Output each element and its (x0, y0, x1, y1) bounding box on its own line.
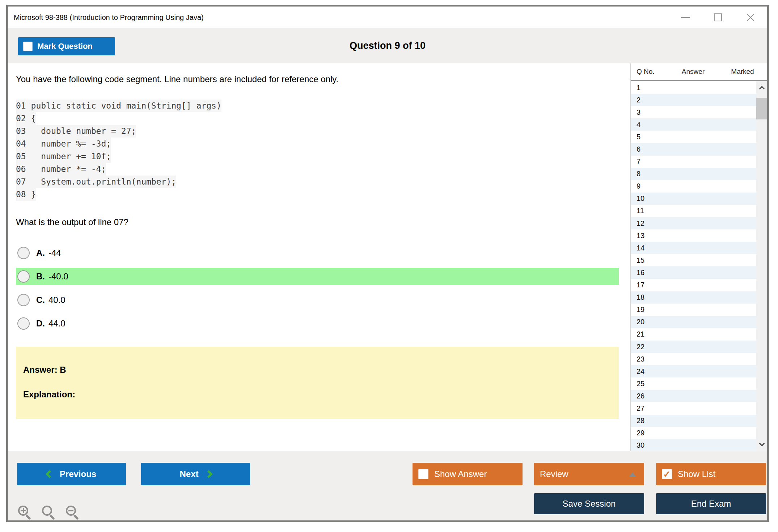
code-line-text: 05 number += 10f; (16, 150, 111, 163)
scrollbar-thumb[interactable] (756, 98, 767, 119)
explanation-label: Explanation: (23, 389, 75, 400)
mark-question-checkbox-icon[interactable] (23, 42, 33, 51)
question-list-row[interactable]: 4 (631, 118, 756, 131)
previous-button[interactable]: Previous (17, 463, 126, 485)
mark-question-button[interactable]: Mark Question (18, 37, 115, 55)
question-number: 22 (637, 343, 644, 351)
column-header-answer: Answer (669, 68, 718, 76)
question-list-row[interactable]: 10 (631, 193, 756, 205)
question-number: 19 (637, 305, 644, 314)
question-list-row[interactable]: 17 (631, 279, 756, 291)
question-list-row[interactable]: 30 (631, 439, 756, 451)
show-list-label: Show List (678, 469, 715, 479)
close-button[interactable] (743, 10, 758, 25)
question-list-row[interactable]: 18 (631, 291, 756, 304)
footer-bar: Previous Next Show Answer Review ✓ Show … (8, 451, 767, 520)
question-list-row[interactable]: 8 (631, 168, 756, 180)
save-session-label: Save Session (563, 499, 616, 509)
show-answer-button[interactable]: Show Answer (413, 463, 523, 485)
question-number: 24 (637, 367, 644, 376)
option-row-b[interactable]: B.-40.0 (16, 268, 619, 285)
code-line: 06 number *= -4; (16, 163, 221, 176)
previous-label: Previous (60, 469, 96, 479)
question-list-row[interactable]: 16 (631, 266, 756, 279)
question-number: 12 (637, 219, 644, 228)
code-line-text: 06 number *= -4; (16, 163, 106, 176)
column-header-qno: Q No. (631, 68, 669, 76)
question-list-row[interactable]: 7 (631, 156, 756, 168)
question-number: 25 (637, 380, 644, 388)
save-session-button[interactable]: Save Session (534, 493, 644, 514)
question-list-row[interactable]: 2 (631, 94, 756, 106)
code-line: 02 { (16, 112, 221, 125)
column-header-marked: Marked (718, 68, 768, 76)
scroll-down-button[interactable] (756, 438, 767, 451)
question-list-row[interactable]: 13 (631, 229, 756, 242)
code-line: 08 } (16, 188, 221, 201)
review-button[interactable]: Review (534, 463, 644, 485)
show-answer-label: Show Answer (434, 469, 487, 479)
question-list: 1234567891011121314151617181920212223242… (631, 81, 756, 451)
option-letter: D. (36, 318, 45, 329)
question-list-row[interactable]: 15 (631, 254, 756, 266)
question-list-row[interactable]: 23 (631, 353, 756, 365)
question-number: 27 (637, 404, 644, 413)
question-list-row[interactable]: 11 (631, 205, 756, 217)
window-controls (678, 7, 758, 28)
question-list-row[interactable]: 27 (631, 402, 756, 414)
radio-button[interactable] (17, 294, 30, 306)
question-list-row[interactable]: 19 (631, 304, 756, 316)
option-text: 40.0 (48, 295, 65, 305)
question-counter: Question 9 of 10 (350, 28, 426, 63)
question-list-row[interactable]: 28 (631, 415, 756, 427)
triangle-up-icon (629, 472, 636, 477)
scroll-up-button[interactable] (756, 81, 767, 94)
minimize-button[interactable] (678, 10, 693, 25)
question-number: 1 (637, 84, 640, 92)
question-list-row[interactable]: 9 (631, 180, 756, 193)
mark-question-label: Mark Question (37, 42, 93, 51)
question-list-row[interactable]: 1 (631, 81, 756, 94)
question-number: 29 (637, 429, 644, 437)
radio-button[interactable] (17, 270, 30, 283)
question-list-row[interactable]: 21 (631, 328, 756, 341)
show-answer-checkbox-icon[interactable] (418, 469, 428, 479)
question-list-row[interactable]: 24 (631, 365, 756, 377)
magnifier-icon[interactable] (41, 505, 57, 521)
question-list-scrollbar[interactable] (756, 81, 767, 451)
radio-button[interactable] (17, 317, 30, 330)
question-list-row[interactable]: 5 (631, 131, 756, 143)
question-list-row[interactable]: 20 (631, 316, 756, 328)
question-number: 2 (637, 96, 640, 104)
code-line-text: 04 number %= -3d; (16, 138, 111, 150)
question-list-row[interactable]: 6 (631, 143, 756, 155)
radio-button[interactable] (17, 247, 30, 259)
option-row-d[interactable]: D.44.0 (16, 315, 619, 332)
question-list-row[interactable]: 25 (631, 377, 756, 390)
question-list-row[interactable]: 12 (631, 217, 756, 229)
question-list-panel: Q No. Answer Marked 12345678910111213141… (630, 63, 767, 451)
window-title: Microsoft 98-388 (Introduction to Progra… (14, 7, 204, 28)
question-number: 4 (637, 121, 640, 129)
question-list-row[interactable]: 29 (631, 427, 756, 439)
question-list-row[interactable]: 26 (631, 390, 756, 402)
option-letter: A. (36, 248, 45, 258)
option-text: -44 (48, 248, 61, 258)
question-list-row[interactable]: 22 (631, 341, 756, 353)
show-list-button[interactable]: ✓ Show List (656, 463, 766, 485)
option-row-c[interactable]: C.40.0 (16, 291, 619, 309)
maximize-button[interactable] (711, 10, 725, 25)
zoom-out-icon[interactable] (65, 505, 81, 521)
end-exam-button[interactable]: End Exam (656, 493, 766, 514)
next-button[interactable]: Next (141, 463, 250, 485)
question-list-row[interactable]: 3 (631, 106, 756, 118)
zoom-in-icon[interactable] (17, 505, 33, 521)
option-letter: C. (36, 295, 45, 305)
question-list-row[interactable]: 14 (631, 242, 756, 254)
checkmark-icon: ✓ (663, 470, 671, 479)
option-row-a[interactable]: A.-44 (16, 244, 619, 262)
question-number: 16 (637, 269, 644, 277)
chevron-right-icon (204, 470, 213, 478)
show-list-checkbox-icon[interactable]: ✓ (662, 469, 672, 479)
question-number: 5 (637, 133, 640, 141)
